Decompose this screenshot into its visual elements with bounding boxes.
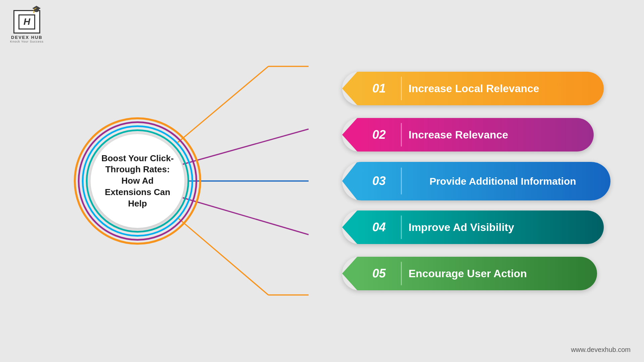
logo-inner: H bbox=[18, 14, 35, 29]
pills-container: 01 Increase Local Relevance 02 Increase … bbox=[342, 70, 610, 292]
circle-inner: Boost Your Click-Through Rates: How Ad E… bbox=[91, 134, 184, 228]
pill-3-arrow bbox=[342, 162, 357, 200]
logo-text-main: DEVEX HUB bbox=[11, 35, 43, 40]
pill-2-body: 02 Increase Relevance bbox=[357, 118, 594, 152]
pill-2-number: 02 bbox=[357, 118, 401, 152]
website-url: www.devexhub.com bbox=[571, 346, 631, 354]
pill-3-number: 03 bbox=[357, 162, 401, 200]
logo-text-sub: Knock Your Success bbox=[10, 40, 44, 43]
pill-5-number: 05 bbox=[357, 257, 401, 290]
svg-line-4 bbox=[183, 198, 309, 235]
pill-5-body: 05 Encourage User Action bbox=[357, 257, 597, 290]
logo-symbol: H bbox=[23, 16, 30, 27]
pill-row-5: 05 Encourage User Action bbox=[342, 255, 610, 292]
pill-4: 04 Improve Ad Visibility bbox=[342, 210, 604, 244]
logo-box: H 🎓 bbox=[13, 10, 40, 34]
pill-1-label: Increase Local Relevance bbox=[402, 82, 604, 95]
pill-4-body: 04 Improve Ad Visibility bbox=[357, 210, 604, 244]
pill-3-body: 03 Provide Additional Information bbox=[357, 162, 610, 200]
pill-2-arrow bbox=[342, 118, 357, 152]
center-title: Boost Your Click-Through Rates: How Ad E… bbox=[97, 153, 178, 209]
logo-hat-icon: 🎓 bbox=[32, 5, 41, 14]
logo: H 🎓 DEVEX HUB Knock Your Success bbox=[10, 10, 44, 43]
pill-row-4: 04 Improve Ad Visibility bbox=[342, 209, 610, 246]
pill-5-arrow bbox=[342, 257, 357, 290]
pill-2-label: Increase Relevance bbox=[402, 129, 594, 141]
pill-2: 02 Increase Relevance bbox=[342, 118, 594, 152]
center-circle: Boost Your Click-Through Rates: How Ad E… bbox=[74, 117, 201, 245]
svg-line-2 bbox=[183, 129, 309, 164]
pill-1-body: 01 Increase Local Relevance bbox=[357, 72, 604, 105]
pill-row-3: 03 Provide Additional Information bbox=[342, 163, 610, 199]
pill-row-2: 02 Increase Relevance bbox=[342, 116, 610, 153]
pill-4-arrow bbox=[342, 210, 357, 244]
pill-4-number: 04 bbox=[357, 210, 401, 244]
pill-3-label: Provide Additional Information bbox=[402, 175, 610, 188]
pill-row-1: 01 Increase Local Relevance bbox=[342, 70, 610, 107]
pill-4-label: Improve Ad Visibility bbox=[402, 221, 604, 234]
pill-1: 01 Increase Local Relevance bbox=[342, 72, 604, 105]
pill-1-number: 01 bbox=[357, 72, 401, 105]
pill-1-arrow bbox=[342, 72, 357, 105]
pill-5-label: Encourage User Action bbox=[402, 267, 597, 280]
pill-5: 05 Encourage User Action bbox=[342, 257, 597, 290]
pill-3: 03 Provide Additional Information bbox=[342, 162, 610, 200]
